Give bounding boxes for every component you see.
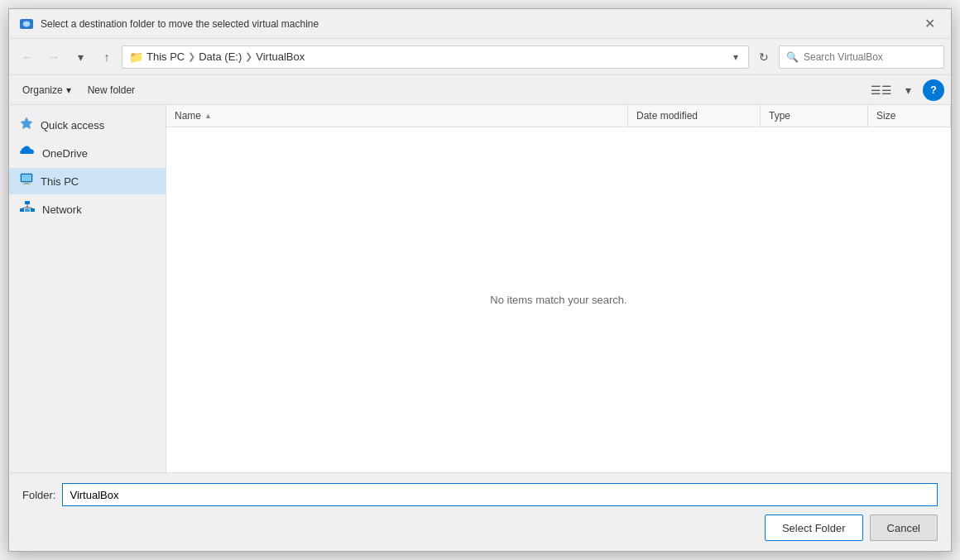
cloud-icon xyxy=(19,144,36,162)
dialog-title: Select a destination folder to move the … xyxy=(41,18,319,30)
folder-row: Folder: xyxy=(22,483,938,506)
breadcrumb-part-2[interactable]: Data (E:) xyxy=(199,50,242,63)
dialog: Select a destination folder to move the … xyxy=(8,8,952,552)
close-button[interactable]: ✕ xyxy=(918,12,941,36)
svg-rect-8 xyxy=(22,184,31,184)
file-list-header: Name ▲ Date modified Type Size xyxy=(166,105,951,127)
col-header-type[interactable]: Type xyxy=(761,105,868,127)
svg-rect-9 xyxy=(25,201,30,204)
svg-rect-11 xyxy=(31,208,35,212)
virtualbox-icon xyxy=(19,17,34,31)
folder-input[interactable] xyxy=(62,483,938,506)
organize-label: Organize xyxy=(22,84,63,96)
monitor-icon xyxy=(19,172,34,190)
svg-rect-10 xyxy=(20,208,24,212)
sidebar-item-quick-access-label: Quick access xyxy=(41,119,104,132)
refresh-button[interactable]: ↻ xyxy=(752,45,775,69)
sidebar-item-this-pc[interactable]: This PC xyxy=(9,168,166,194)
main-content: Quick access OneDrive xyxy=(9,105,951,472)
button-row: Select Folder Cancel xyxy=(22,515,938,541)
col-name-label: Name xyxy=(175,110,201,122)
forward-button[interactable]: → xyxy=(42,45,65,69)
title-bar: Select a destination folder to move the … xyxy=(9,9,951,39)
folder-label: Folder: xyxy=(22,489,55,501)
view-toggle-button[interactable]: ☰☰ xyxy=(870,79,893,101)
svg-rect-6 xyxy=(22,175,31,181)
nav-bar: ← → ▾ ↑ 📁 This PC ❯ Data (E:) ❯ VirtualB… xyxy=(9,39,951,75)
svg-rect-12 xyxy=(25,208,30,212)
select-folder-button[interactable]: Select Folder xyxy=(765,515,863,541)
svg-line-14 xyxy=(22,207,28,208)
help-button[interactable]: ? xyxy=(923,79,944,101)
file-list: Name ▲ Date modified Type Size No items … xyxy=(166,105,951,472)
breadcrumb-part-3[interactable]: VirtualBox xyxy=(256,50,305,63)
organize-dropdown-icon: ▾ xyxy=(66,84,71,96)
cancel-button[interactable]: Cancel xyxy=(870,515,938,541)
bottom-bar: Folder: Select Folder Cancel xyxy=(9,472,951,551)
sidebar-item-quick-access[interactable]: Quick access xyxy=(9,112,166,138)
sidebar-item-network[interactable]: Network xyxy=(9,196,166,223)
search-input[interactable] xyxy=(804,51,937,63)
col-header-name[interactable]: Name ▲ xyxy=(166,105,628,127)
new-folder-button[interactable]: New folder xyxy=(81,79,142,101)
sidebar-item-onedrive[interactable]: OneDrive xyxy=(9,140,166,166)
file-list-body: No items match your search. xyxy=(166,127,951,472)
sort-arrow-icon: ▲ xyxy=(204,112,212,120)
toolbar-left: Organize ▾ New folder xyxy=(16,79,142,101)
sidebar-item-this-pc-label: This PC xyxy=(41,175,79,188)
toolbar: Organize ▾ New folder ☰☰ ▾ ? xyxy=(9,75,951,105)
up-button[interactable]: ↑ xyxy=(95,45,118,69)
star-icon xyxy=(19,116,34,134)
col-type-label: Type xyxy=(769,110,790,122)
breadcrumb-part-1[interactable]: This PC xyxy=(146,50,185,63)
svg-marker-3 xyxy=(21,117,32,129)
sidebar-item-network-label: Network xyxy=(42,203,82,216)
title-bar-left: Select a destination folder to move the … xyxy=(19,17,319,31)
sidebar-item-onedrive-label: OneDrive xyxy=(42,147,88,160)
breadcrumb-sep-2: ❯ xyxy=(245,51,252,62)
svg-rect-7 xyxy=(24,182,29,184)
organize-button[interactable]: Organize ▾ xyxy=(16,79,78,101)
toolbar-right: ☰☰ ▾ ? xyxy=(870,79,944,101)
breadcrumb-sep-1: ❯ xyxy=(188,51,195,62)
search-box[interactable]: 🔍 xyxy=(779,45,944,69)
empty-message: No items match your search. xyxy=(490,294,626,306)
network-icon xyxy=(19,200,36,218)
col-date-label: Date modified xyxy=(636,110,698,122)
address-breadcrumb: This PC ❯ Data (E:) ❯ VirtualBox xyxy=(146,50,727,63)
search-icon: 🔍 xyxy=(786,51,799,63)
col-header-date[interactable]: Date modified xyxy=(628,105,761,127)
svg-line-15 xyxy=(27,207,33,208)
view-dropdown-button[interactable]: ▾ xyxy=(896,79,919,101)
col-header-size[interactable]: Size xyxy=(868,105,951,127)
col-size-label: Size xyxy=(876,110,895,122)
address-dropdown-button[interactable]: ▾ xyxy=(730,50,742,65)
address-bar[interactable]: 📁 This PC ❯ Data (E:) ❯ VirtualBox ▾ xyxy=(122,45,749,69)
dropdown-button[interactable]: ▾ xyxy=(69,45,92,69)
sidebar: Quick access OneDrive xyxy=(9,105,166,472)
back-button[interactable]: ← xyxy=(16,45,39,69)
address-folder-icon: 📁 xyxy=(129,50,143,64)
new-folder-label: New folder xyxy=(88,84,135,96)
